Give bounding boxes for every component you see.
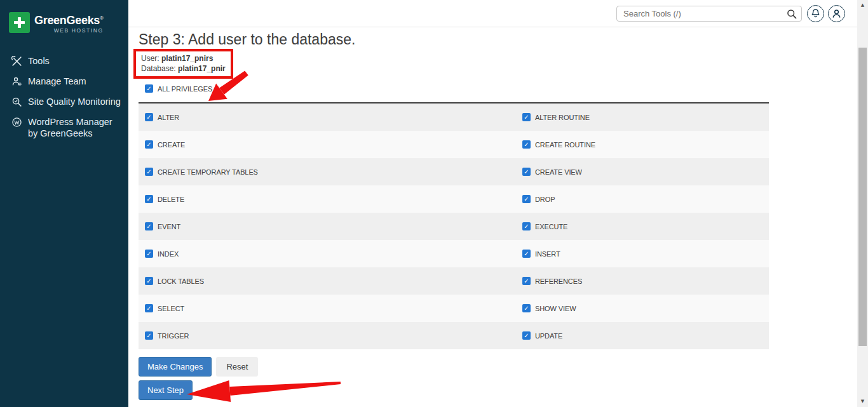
privilege-label: DROP <box>535 196 555 203</box>
privilege-checkbox[interactable] <box>145 140 153 149</box>
search-input[interactable] <box>617 6 801 21</box>
privilege-label: CREATE ROUTINE <box>535 141 595 149</box>
user-info: User: platin17_pnirs <box>141 53 226 63</box>
sidebar-item-label: Site Quality Monitoring <box>28 96 121 107</box>
search-icon[interactable] <box>787 9 797 19</box>
privilege-checkbox[interactable] <box>522 331 531 340</box>
table-row: SELECT SHOW VIEW <box>139 295 769 322</box>
wordpress-icon <box>11 117 22 128</box>
scroll-up-icon[interactable]: ▲ <box>857 0 868 11</box>
database-info: Database: platin17_pnir <box>141 63 226 74</box>
sidebar-item-manage-team[interactable]: Manage Team <box>0 71 128 91</box>
page: GreenGeeks® WEB HOSTING Tools <box>0 0 868 407</box>
table-row: CREATE CREATE ROUTINE <box>139 131 769 158</box>
tools-icon <box>11 56 22 67</box>
privilege-checkbox[interactable] <box>145 250 153 258</box>
form-actions: Make Changes Reset <box>139 357 258 377</box>
brand-trademark: ® <box>100 15 104 21</box>
privilege-label: CREATE <box>158 141 185 149</box>
privilege-checkbox[interactable] <box>522 168 531 176</box>
privilege-checkbox[interactable] <box>145 168 153 176</box>
sidebar-item-site-quality[interactable]: Site Quality Monitoring <box>0 91 128 112</box>
privilege-label: SELECT <box>158 305 184 312</box>
next-step-row: Next Step <box>139 380 193 400</box>
privilege-label: EXECUTE <box>535 223 567 230</box>
privilege-checkbox[interactable] <box>522 113 531 121</box>
privilege-checkbox[interactable] <box>522 195 531 203</box>
brand-tagline: WEB HOSTING <box>34 27 104 34</box>
privileges-table: ALTER ALTER ROUTINE CREATE CREATE ROUTIN… <box>139 102 769 349</box>
privilege-checkbox[interactable] <box>522 277 531 285</box>
scrollbar-thumb[interactable] <box>858 48 867 346</box>
sidebar: GreenGeeks® WEB HOSTING Tools <box>0 0 128 407</box>
privilege-checkbox[interactable] <box>145 113 153 121</box>
topbar <box>128 0 857 27</box>
sidebar-item-label: Tools <box>28 55 50 67</box>
privilege-checkbox[interactable] <box>522 140 531 149</box>
database-label: Database: <box>141 64 176 73</box>
privilege-checkbox[interactable] <box>145 195 153 203</box>
privilege-checkbox[interactable] <box>145 331 153 340</box>
bell-icon <box>808 6 824 21</box>
highlight-red-box: User: platin17_pnirs Database: platin17_… <box>133 49 233 79</box>
privilege-label: CREATE TEMPORARY TABLES <box>158 168 258 176</box>
table-row: LOCK TABLES REFERENCES <box>139 267 769 295</box>
person-icon <box>829 6 844 21</box>
privilege-label: LOCK TABLES <box>158 277 204 285</box>
user-label: User: <box>141 54 159 63</box>
privilege-checkbox[interactable] <box>522 222 531 230</box>
make-changes-button[interactable]: Make Changes <box>139 357 212 377</box>
greengeeks-plus-icon <box>9 12 30 33</box>
page-title: Step 3: Add user to the database. <box>139 31 355 48</box>
reset-button[interactable]: Reset <box>216 357 258 377</box>
red-arrow-next-step-icon <box>183 377 343 404</box>
sidebar-item-label: Manage Team <box>28 76 86 87</box>
privilege-checkbox[interactable] <box>145 222 153 230</box>
table-row: INDEX INSERT <box>139 240 769 267</box>
database-value: platin17_pnir <box>178 64 226 73</box>
page-scrollbar[interactable]: ▲ ▼ <box>857 0 868 407</box>
privilege-checkbox[interactable] <box>145 277 153 285</box>
table-row: TRIGGER UPDATE <box>139 322 769 349</box>
search-box <box>616 6 802 22</box>
privilege-checkbox[interactable] <box>145 304 153 312</box>
next-step-button[interactable]: Next Step <box>139 380 193 400</box>
privilege-label: EVENT <box>158 223 180 230</box>
user-value: platin17_pnirs <box>161 54 213 63</box>
privilege-label: TRIGGER <box>158 332 189 340</box>
notifications-button[interactable] <box>807 5 824 22</box>
table-row: EVENT EXECUTE <box>139 213 769 240</box>
privilege-label: CREATE VIEW <box>535 168 582 176</box>
manage-team-icon <box>11 76 22 87</box>
scroll-down-icon[interactable]: ▼ <box>857 396 868 407</box>
sidebar-item-wordpress-manager[interactable]: WordPress Manager by GreenGeeks <box>0 112 128 143</box>
all-privileges-label: ALL PRIVILEGES <box>158 85 212 93</box>
privilege-label: REFERENCES <box>535 277 582 285</box>
table-row: DELETE DROP <box>139 185 769 213</box>
sidebar-item-label: WordPress Manager by GreenGeeks <box>28 116 125 139</box>
main-content: Step 3: Add user to the database. User: … <box>128 27 857 407</box>
privilege-checkbox[interactable] <box>522 304 531 312</box>
logo-text: GreenGeeks® WEB HOSTING <box>34 12 104 34</box>
brand-name: GreenGeeks <box>34 14 100 27</box>
site-quality-icon <box>11 97 22 107</box>
privilege-label: ALTER <box>158 114 179 121</box>
privilege-label: INSERT <box>535 250 560 258</box>
all-privileges-row: ALL PRIVILEGES <box>145 84 212 93</box>
privilege-label: SHOW VIEW <box>535 305 576 312</box>
table-row: ALTER ALTER ROUTINE <box>139 103 769 131</box>
privilege-label: UPDATE <box>535 332 562 340</box>
account-button[interactable] <box>828 5 845 22</box>
all-privileges-checkbox[interactable] <box>145 84 153 93</box>
greengeeks-logo[interactable]: GreenGeeks® WEB HOSTING <box>9 12 104 34</box>
sidebar-item-tools[interactable]: Tools <box>0 51 128 71</box>
privilege-label: INDEX <box>158 250 179 258</box>
privilege-label: ALTER ROUTINE <box>535 114 590 121</box>
privilege-label: DELETE <box>158 196 184 203</box>
sidebar-nav: Tools Manage Team <box>0 51 128 143</box>
privilege-checkbox[interactable] <box>522 250 531 258</box>
table-row: CREATE TEMPORARY TABLES CREATE VIEW <box>139 158 769 185</box>
